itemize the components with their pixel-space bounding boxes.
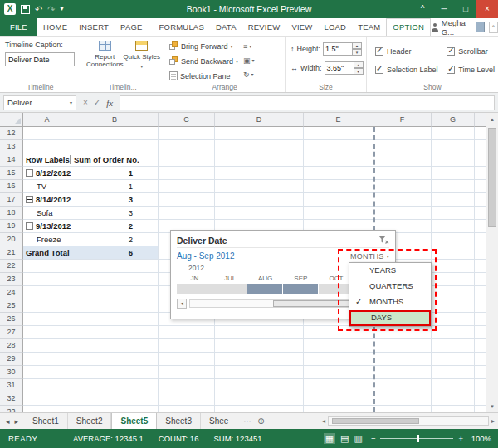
cell[interactable] [304,379,374,392]
timeline-bar-segment[interactable] [283,284,319,294]
spin-down-icon[interactable]: ▾ [353,49,362,56]
cell[interactable] [304,140,374,153]
cell[interactable] [432,260,475,273]
row-header[interactable]: 18 [0,207,23,220]
user-name[interactable]: Megha G... [442,18,471,37]
scroll-up-icon[interactable]: ▴ [486,113,498,125]
cell[interactable] [71,299,159,313]
cell[interactable] [71,339,159,353]
row-header[interactable]: 16 [0,180,23,193]
ribbon-tab[interactable]: OPTION [386,18,431,36]
row-header[interactable]: 31 [0,379,23,392]
cell[interactable] [215,406,304,412]
enter-icon[interactable]: ✓ [94,98,100,107]
cell[interactable] [374,140,432,153]
timeline-bar-segment[interactable] [247,284,283,294]
cell[interactable] [304,392,374,406]
cell[interactable] [71,326,159,339]
rotate-button[interactable]: ↻▾ [243,68,255,80]
cell[interactable] [215,167,304,180]
column-header[interactable]: F [374,113,432,127]
chevron-down-icon[interactable]: ▾ [70,100,72,105]
cell[interactable] [432,127,475,140]
sheet-tab[interactable]: Sheet3 [157,413,201,429]
cell[interactable] [71,260,159,273]
cell[interactable] [215,366,304,379]
cell[interactable]: 1 [71,180,159,193]
row-header[interactable]: 17 [0,193,23,207]
cell[interactable]: 3 [71,207,159,220]
align-button[interactable]: ≡▾ [243,40,255,52]
cell[interactable] [159,392,215,406]
user-photo[interactable] [476,22,485,32]
ribbon-tab[interactable]: TEAM [352,18,386,36]
cell[interactable] [215,193,304,207]
cell[interactable] [374,127,432,140]
cell[interactable] [23,286,71,299]
cell[interactable]: 2 [71,220,159,233]
header-checkbox[interactable]: Header [375,46,438,57]
cell[interactable]: 3 [71,193,159,207]
row-header[interactable]: 15 [0,167,23,180]
vertical-scroll-thumb[interactable] [488,128,496,227]
scroll-left-icon[interactable]: ◂ [322,417,325,425]
add-sheet-icon[interactable]: ⊕ [257,416,264,426]
zoom-percentage[interactable]: 100% [470,434,498,443]
insert-function-icon[interactable]: fx [106,98,113,108]
cell[interactable]: 6 [71,246,159,260]
cell[interactable] [159,140,215,153]
page-layout-view-icon[interactable]: ▤ [340,433,349,444]
row-header[interactable]: 20 [0,233,23,246]
cell[interactable] [374,193,432,207]
tab-overflow-icon[interactable]: ⋯ [243,416,251,426]
ribbon-tab[interactable]: PAGE LAYOU [115,18,154,36]
collapse-icon[interactable] [26,169,33,177]
cell[interactable] [374,366,432,379]
cell[interactable] [23,326,71,339]
cell[interactable] [432,326,475,339]
spin-up-icon[interactable]: ▴ [354,61,364,68]
cell[interactable] [432,207,475,220]
cell[interactable] [215,339,304,353]
sheet-nav-right-icon[interactable]: ▸ [15,417,19,426]
cell[interactable] [159,153,215,167]
cell[interactable] [159,193,215,207]
cell[interactable] [215,353,304,366]
row-header[interactable]: 26 [0,313,23,326]
cell[interactable] [374,207,432,220]
cell[interactable] [432,406,475,412]
cell[interactable] [159,167,215,180]
horizontal-scroll-track[interactable] [328,416,489,426]
cell[interactable] [304,167,374,180]
zoom-slider-thumb[interactable] [417,435,419,442]
cell[interactable] [23,313,71,326]
cell[interactable] [215,140,304,153]
cell[interactable]: Grand Total [23,246,71,260]
timeline-menu-item[interactable]: QUARTERS [349,279,431,295]
cell[interactable] [304,127,374,140]
horizontal-scrollbar[interactable]: ◂ ▸ [322,413,498,429]
row-header[interactable]: 21 [0,246,23,260]
cell[interactable]: Row Labels [23,153,71,167]
cell[interactable] [159,207,215,220]
cell[interactable] [304,339,374,353]
spin-up-icon[interactable]: ▴ [353,42,362,49]
clear-filter-icon[interactable] [378,233,389,248]
cell[interactable] [215,180,304,193]
cell[interactable] [23,366,71,379]
row-header[interactable]: 25 [0,299,23,313]
cell[interactable] [432,379,475,392]
cell[interactable] [23,406,71,412]
cell[interactable] [215,207,304,220]
cell[interactable] [23,273,71,286]
ribbon-tab[interactable]: INSERT [73,18,115,36]
cell[interactable] [304,366,374,379]
zoom-out-icon[interactable]: − [371,434,376,443]
row-header[interactable]: 22 [0,260,23,273]
time-level-checkbox[interactable]: Time Level [447,64,495,75]
cell[interactable] [71,379,159,392]
column-header[interactable]: C [159,113,215,127]
row-header[interactable]: 29 [0,353,23,366]
cell[interactable] [71,353,159,366]
cell[interactable] [304,406,374,412]
